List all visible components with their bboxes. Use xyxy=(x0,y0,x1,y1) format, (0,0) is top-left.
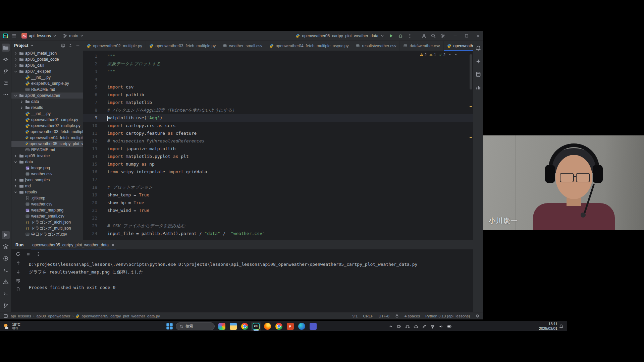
line-number[interactable]: 12 xyxy=(83,137,103,145)
problems-icon[interactable] xyxy=(2,278,10,286)
python-packages-icon[interactable] xyxy=(2,243,10,251)
chevron-down-icon[interactable] xyxy=(13,69,18,74)
line-number[interactable]: 3 xyxy=(83,68,103,75)
project-tree-item[interactable]: README.md xyxy=(11,147,83,153)
line-number[interactable]: 8 xyxy=(83,106,103,114)
line-number[interactable]: 11 xyxy=(83,129,103,137)
chevron-right-icon[interactable] xyxy=(13,51,18,56)
project-tree-item[interactable]: api05_postal_code xyxy=(11,56,83,62)
breadcrumb-item[interactable]: api_lessons xyxy=(11,314,31,318)
prev-problem-icon[interactable] xyxy=(448,53,452,57)
project-folder-icon[interactable] xyxy=(2,44,10,52)
project-tree-item[interactable]: data xyxy=(11,99,83,105)
caret-position[interactable]: 9:1 xyxy=(352,314,358,318)
taskbar-app-firefox-icon[interactable] xyxy=(263,322,272,331)
project-tree-item[interactable]: __init__.py xyxy=(11,111,83,117)
project-tree-item[interactable]: openweather05_cartpy_plot_weather_data.p… xyxy=(11,141,83,147)
line-number[interactable]: 7 xyxy=(83,99,103,106)
line-number[interactable]: 18 xyxy=(83,183,103,191)
next-problem-icon[interactable] xyxy=(454,53,458,57)
tray-pen-icon[interactable] xyxy=(422,324,427,329)
project-tree-item[interactable]: weather_map.png xyxy=(11,207,83,213)
tray-cloud-icon[interactable] xyxy=(414,324,418,329)
line-number[interactable]: 5 xyxy=(83,83,103,91)
chevron-down-icon[interactable] xyxy=(13,190,18,194)
chevron-right-icon[interactable] xyxy=(13,154,18,158)
more-tools-icon[interactable] xyxy=(2,90,10,99)
scroll-warning-mark[interactable] xyxy=(470,106,472,107)
project-tree-item[interactable]: 中日ドラゴンズ.csv xyxy=(11,231,83,237)
chevron-right-icon[interactable] xyxy=(13,184,18,188)
encoding-indicator[interactable]: UTF-8 xyxy=(378,314,389,318)
notification-center[interactable] xyxy=(559,321,564,331)
project-tree-item[interactable]: openweather03_fetch_multiple.py xyxy=(11,129,83,135)
chevron-right-icon[interactable] xyxy=(13,57,18,62)
python-console-icon[interactable] xyxy=(2,266,10,274)
chevron-right-icon[interactable] xyxy=(19,106,24,110)
editor-tab[interactable]: openweather03_fetch_multiple.py xyxy=(146,41,219,51)
line-number[interactable]: 4 xyxy=(83,75,103,83)
line-ending-indicator[interactable]: CRLF xyxy=(363,314,373,318)
project-tree-item[interactable]: md xyxy=(11,183,83,189)
run-button[interactable] xyxy=(388,33,394,39)
project-tree-item[interactable]: weather.csv xyxy=(11,171,83,177)
chevron-down-icon[interactable] xyxy=(13,160,18,164)
project-selector[interactable]: AL api_lessons xyxy=(20,32,58,39)
version-control-icon[interactable] xyxy=(2,301,10,309)
taskbar-clock[interactable]: 13:11 2025/03/01 xyxy=(531,321,557,331)
project-panel-title[interactable]: Project xyxy=(14,43,28,48)
line-number[interactable]: 21 xyxy=(83,206,103,214)
editor-tab[interactable]: weather_small.csv xyxy=(219,41,266,51)
line-number[interactable]: 17 xyxy=(83,176,103,183)
run-icon[interactable] xyxy=(2,231,10,239)
indent-indicator[interactable]: 4 spaces xyxy=(405,314,420,318)
close-tab-icon[interactable] xyxy=(111,243,115,247)
project-tree-item[interactable]: .gitkeep xyxy=(11,195,83,201)
editor-tab[interactable]: openweather04_fetch_multiple_async.py xyxy=(266,41,352,51)
tray-chevron-up-icon[interactable] xyxy=(388,324,393,329)
collapse-all-icon[interactable] xyxy=(68,43,73,48)
taskbar-app-explorer-icon[interactable] xyxy=(228,322,238,331)
project-tree-item[interactable]: __init__.py xyxy=(11,74,83,80)
commit-icon[interactable] xyxy=(2,55,10,63)
line-number[interactable]: 1 xyxy=(83,52,103,60)
project-tree-item[interactable]: README.md xyxy=(11,86,83,93)
line-number[interactable]: 10 xyxy=(83,122,103,129)
interpreter-indicator[interactable]: Python 3.13 (api_lessons) xyxy=(425,314,470,318)
rerun-button[interactable] xyxy=(15,251,21,257)
taskbar-app-teams-icon[interactable] xyxy=(308,322,318,331)
taskbar-app-chrome-icon[interactable] xyxy=(240,322,249,331)
database-icon[interactable] xyxy=(474,70,482,78)
project-tree-item[interactable]: api07_ekispert xyxy=(11,68,83,74)
structure-icon[interactable] xyxy=(2,79,10,87)
stop-button[interactable] xyxy=(25,251,31,257)
line-number[interactable]: 23 xyxy=(83,222,103,230)
pull-requests-icon[interactable] xyxy=(2,67,10,75)
more-options-icon[interactable] xyxy=(36,251,41,257)
profile-icon[interactable] xyxy=(421,33,427,39)
project-tree-item[interactable]: data xyxy=(11,159,83,165)
settings-icon[interactable] xyxy=(440,33,445,39)
project-tree-item[interactable]: results xyxy=(11,189,83,195)
hide-panel-icon[interactable] xyxy=(75,43,80,48)
breadcrumb-item[interactable]: api08_openweather xyxy=(37,314,70,318)
line-number[interactable]: 9 xyxy=(83,114,103,122)
clear-console-icon[interactable] xyxy=(15,287,21,292)
code-editor[interactable]: 123456789101112131415161718192021222324 … xyxy=(83,51,473,240)
line-number[interactable]: 15 xyxy=(83,160,103,168)
tray-camera-icon[interactable] xyxy=(397,324,401,329)
line-number[interactable]: 22 xyxy=(83,214,103,222)
more-actions-icon[interactable] xyxy=(407,33,413,39)
project-tree-item[interactable]: results xyxy=(11,105,83,111)
project-tree-item[interactable]: ekispert01_simple.py xyxy=(11,80,83,86)
taskbar-app-pycharm-icon[interactable]: PC xyxy=(251,322,261,331)
editor-tab[interactable]: data\weather.csv xyxy=(400,41,443,51)
tray-headset-icon[interactable] xyxy=(405,324,410,329)
editor-scrollbar[interactable] xyxy=(470,54,472,89)
tray-volume-icon[interactable] xyxy=(439,324,443,329)
editor-tab[interactable]: openweather05_cartpy_plot_weather_data.p… xyxy=(444,41,473,51)
lock-icon[interactable] xyxy=(395,314,399,318)
scroll-to-top-icon[interactable] xyxy=(15,260,21,266)
chevron-down-icon[interactable] xyxy=(13,94,18,98)
line-number[interactable]: 19 xyxy=(83,191,103,199)
